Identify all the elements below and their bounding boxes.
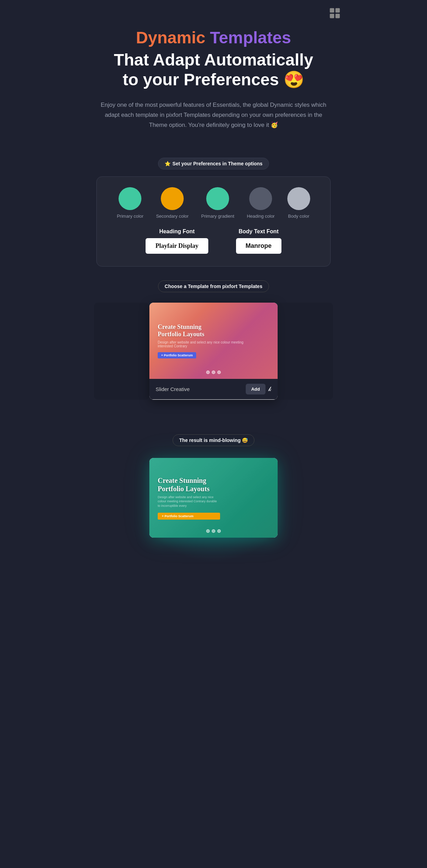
result-preview-bg: Create StunningPortfolio Layouts Design … [149, 458, 278, 538]
result-preview-title: Create StunningPortfolio Layouts [158, 476, 220, 493]
hero-title-word1: Dynamic [136, 28, 205, 47]
color-item-secondary: Secondary color [156, 187, 189, 219]
template-preview: Create StunningPortfolio Layouts Design … [149, 303, 278, 379]
template-preview-cta[interactable]: + Portfolio Scatterum [158, 352, 196, 358]
result-section: The result is mind-blowing 😅 Create Stun… [79, 434, 348, 558]
badge-star-icon: ⭐ [165, 161, 171, 166]
preferences-card: Primary color Secondary color Primary gr… [96, 176, 331, 267]
result-badge: The result is mind-blowing 😅 [173, 434, 254, 446]
hero-title-line1: Dynamic Templates [100, 28, 327, 48]
result-preview-dots [206, 529, 221, 533]
svg-rect-1 [336, 8, 340, 13]
result-badge-text: The result is mind-blowing 😅 [179, 437, 248, 443]
result-preview-cta[interactable]: + Portfolio Scatterum [158, 513, 220, 520]
primary-color-label: Primary color [117, 214, 143, 219]
svg-rect-0 [330, 8, 334, 13]
template-preview-title: Create StunningPortfolio Layouts [158, 323, 204, 338]
result-dot-2 [212, 529, 215, 533]
color-row: Primary color Secondary color Primary gr… [111, 187, 316, 219]
template-name: Slider Creative [156, 386, 190, 392]
pixfort-logo-icon [329, 7, 341, 19]
primary-gradient-circle[interactable] [206, 187, 229, 210]
body-font-item: Body Text Font Manrope [236, 228, 281, 254]
dot-3 [217, 371, 221, 374]
result-dot-1 [206, 529, 210, 533]
color-item-body: Body color [287, 187, 310, 219]
svg-rect-3 [336, 14, 340, 18]
secondary-color-label: Secondary color [156, 214, 189, 219]
template-preview-dots [206, 371, 221, 374]
heading-font-item: Heading Font Playfair Display [146, 228, 208, 254]
add-template-button[interactable]: Add [246, 384, 265, 394]
body-font-label: Body Text Font [238, 228, 278, 235]
color-item-heading: Heading color [247, 187, 274, 219]
primary-color-circle[interactable] [119, 187, 141, 210]
template-preview-bg: Create StunningPortfolio Layouts Design … [149, 303, 278, 379]
result-preview: Create StunningPortfolio Layouts Design … [149, 458, 278, 538]
template-footer: Slider Creative Add 𝓀 [149, 379, 278, 399]
template-side-right [278, 303, 333, 400]
preferences-section: ⭐ Set your Preferences in Theme options … [79, 158, 348, 280]
template-section: Choose a Template from pixfort Templates… [79, 280, 348, 434]
preferences-badge: ⭐ Set your Preferences in Theme options [158, 158, 269, 170]
color-item-primary-gradient: Primary gradient [201, 187, 234, 219]
hero-section: Dynamic Templates That Adapt Automatical… [79, 0, 348, 158]
body-font-value[interactable]: Manrope [236, 238, 281, 254]
template-side-left [94, 303, 149, 400]
result-dot-3 [217, 529, 221, 533]
template-preview-subtitle: Design after website and select any nice… [158, 340, 243, 348]
heading-color-label: Heading color [247, 214, 274, 219]
template-card[interactable]: Create StunningPortfolio Layouts Design … [149, 303, 278, 400]
template-chooser-badge: Choose a Template from pixfort Templates [158, 280, 269, 292]
template-badge-text: Choose a Template from pixfort Templates [165, 284, 262, 289]
badge-text: Set your Preferences in Theme options [173, 161, 263, 166]
secondary-color-circle[interactable] [161, 187, 184, 210]
svg-rect-2 [330, 14, 334, 18]
color-item-primary: Primary color [117, 187, 143, 219]
body-color-circle[interactable] [287, 187, 310, 210]
hero-description: Enjoy one of the most powerful features … [100, 100, 327, 130]
hero-title-line3: to your Preferences 😍 [100, 70, 327, 90]
heading-color-circle[interactable] [249, 187, 272, 210]
dot-2 [212, 371, 215, 374]
hero-title-word2: Templates [210, 28, 291, 47]
dot-1 [206, 371, 210, 374]
template-carousel: Create StunningPortfolio Layouts Design … [96, 303, 331, 400]
heading-font-label: Heading Font [159, 228, 194, 235]
body-color-label: Body color [288, 214, 309, 219]
cursor-icon: 𝓀 [268, 385, 271, 393]
heading-font-value[interactable]: Playfair Display [146, 238, 208, 254]
result-wrapper: Create StunningPortfolio Layouts Design … [96, 458, 331, 538]
primary-gradient-label: Primary gradient [201, 214, 234, 219]
hero-title-lines23: That Adapt Automatically to your Prefere… [100, 50, 327, 90]
font-row: Heading Font Playfair Display Body Text … [111, 228, 316, 254]
logo-area [329, 7, 341, 21]
result-preview-content: Create StunningPortfolio Layouts Design … [158, 476, 220, 520]
result-preview-desc: Design after website and select any nice… [158, 495, 220, 508]
hero-title-line2: That Adapt Automatically [100, 50, 327, 70]
result-card: Create StunningPortfolio Layouts Design … [149, 458, 278, 538]
